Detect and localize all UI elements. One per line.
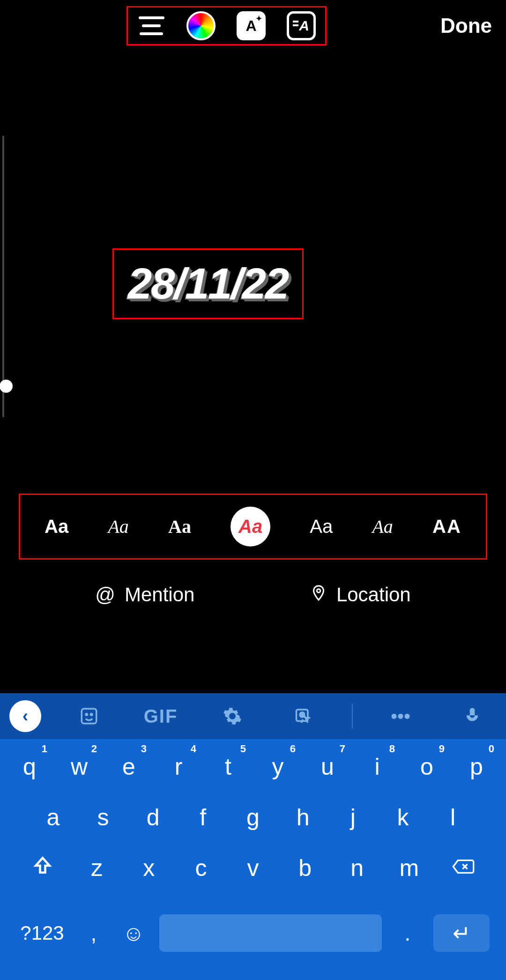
keyboard-row-3: z x c v b n m (5, 854, 501, 882)
location-icon (310, 584, 327, 606)
key-x[interactable]: x (126, 854, 172, 882)
key-n[interactable]: n (334, 854, 380, 882)
font-option-strong[interactable]: AA (432, 516, 461, 537)
location-label: Location (336, 584, 411, 606)
key-e[interactable]: 3e (105, 753, 152, 780)
key-f[interactable]: f (179, 804, 226, 831)
more-icon[interactable]: ••• (376, 706, 424, 727)
mention-button[interactable]: @ Mention (95, 584, 194, 606)
key-u[interactable]: 7u (304, 753, 351, 780)
toolbar-divider (352, 704, 353, 728)
keyboard-bottom-row: ?123 , ☺ . ↵ (5, 905, 501, 971)
sticker-icon[interactable] (65, 706, 113, 726)
period-key[interactable]: . (394, 920, 422, 946)
virtual-keyboard: ‹ GIF G ••• 1q 2w 3e 4r 5t 6y 7u 8i 9o 0… (0, 693, 506, 980)
location-button[interactable]: Location (310, 584, 411, 606)
action-bar: @ Mention Location (0, 584, 506, 606)
svg-point-2 (86, 714, 88, 716)
key-y[interactable]: 6y (254, 753, 301, 780)
key-r[interactable]: 4r (155, 753, 202, 780)
key-j[interactable]: j (329, 804, 376, 831)
alignment-icon[interactable] (137, 14, 165, 37)
gif-button[interactable]: GIF (136, 706, 185, 727)
emoji-key[interactable]: ☺ (119, 920, 148, 946)
keyboard-collapse-icon[interactable]: ‹ (9, 700, 41, 732)
font-option-classic[interactable]: Aa (45, 516, 68, 537)
key-c[interactable]: c (178, 854, 224, 882)
key-d[interactable]: d (130, 804, 177, 831)
comma-key[interactable]: , (80, 920, 108, 946)
space-key[interactable] (159, 914, 382, 952)
color-picker-icon[interactable] (186, 11, 216, 40)
text-toolbar: A✦ A (126, 6, 327, 45)
symbols-key[interactable]: ?123 (16, 922, 68, 944)
mention-icon: @ (95, 584, 115, 606)
font-option-typewriter[interactable]: Aa (168, 516, 191, 538)
key-a[interactable]: a (30, 804, 76, 831)
editor-header: A✦ A Done (0, 0, 506, 52)
key-t[interactable]: 5t (205, 753, 252, 780)
font-style-selector: Aa Aa Aa Aa Aa Aa AA (19, 494, 487, 560)
text-animation-icon[interactable]: A (287, 11, 316, 40)
font-option-modern[interactable]: Aa (310, 516, 333, 537)
key-b[interactable]: b (282, 854, 328, 882)
key-h[interactable]: h (280, 804, 327, 831)
key-v[interactable]: v (230, 854, 276, 882)
keyboard-row-1: 1q 2w 3e 4r 5t 6y 7u 8i 9o 0p (5, 753, 501, 780)
key-g[interactable]: g (230, 804, 276, 831)
done-button[interactable]: Done (440, 14, 492, 37)
svg-text:G: G (299, 711, 305, 718)
keyboard-keys: 1q 2w 3e 4r 5t 6y 7u 8i 9o 0p a s d f g … (0, 739, 506, 980)
svg-point-0 (317, 589, 320, 593)
key-m[interactable]: m (386, 854, 432, 882)
settings-icon[interactable] (208, 706, 257, 726)
mic-icon[interactable] (448, 706, 497, 726)
text-effects-icon[interactable]: A✦ (237, 11, 266, 40)
shift-key[interactable] (17, 854, 68, 882)
story-text-input[interactable]: 28/11/22 (112, 248, 304, 319)
key-z[interactable]: z (74, 854, 120, 882)
key-p[interactable]: 0p (453, 753, 500, 780)
font-option-script[interactable]: Aa (108, 516, 128, 538)
key-l[interactable]: l (430, 804, 476, 831)
font-option-selected[interactable]: Aa (231, 507, 270, 546)
backspace-key[interactable] (438, 854, 489, 882)
key-s[interactable]: s (80, 804, 126, 831)
key-q[interactable]: 1q (6, 753, 53, 780)
translate-icon[interactable]: G (280, 706, 328, 726)
font-option-italic[interactable]: Aa (372, 516, 393, 538)
enter-key[interactable]: ↵ (433, 914, 490, 952)
key-i[interactable]: 8i (354, 753, 401, 780)
mention-label: Mention (125, 584, 194, 606)
svg-rect-1 (82, 709, 97, 724)
keyboard-row-2: a s d f g h j k l (5, 804, 501, 831)
keyboard-toolbar: ‹ GIF G ••• (0, 693, 506, 739)
key-k[interactable]: k (380, 804, 426, 831)
svg-point-3 (90, 714, 92, 716)
key-w[interactable]: 2w (56, 753, 103, 780)
key-o[interactable]: 9o (403, 753, 450, 780)
